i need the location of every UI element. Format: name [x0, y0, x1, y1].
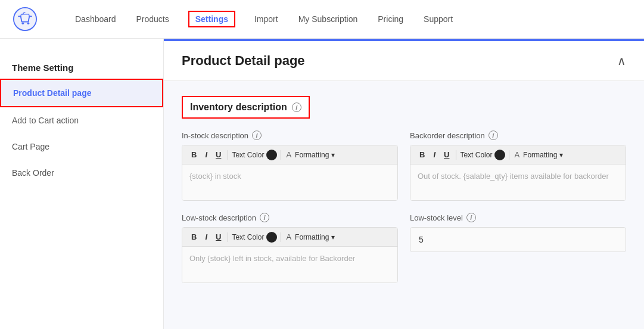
low-stock-text-color-label: Text Color [232, 233, 264, 241]
low-stock-format-icon: A [286, 232, 291, 241]
backorder-label: Backorder description i [410, 131, 626, 140]
content-area: Inventory description i In-stock descrip… [164, 81, 644, 310]
low-stock-color-dot[interactable] [266, 232, 277, 243]
backorder-color-dot[interactable] [494, 150, 505, 160]
desc-grid-row2: Low-stock description i B I U Text Color [182, 213, 626, 283]
low-stock-underline-btn[interactable]: U [213, 231, 224, 243]
in-stock-format-arrow: ▾ [331, 151, 335, 159]
in-stock-editor-body[interactable]: {stock} in stock [182, 164, 397, 200]
low-stock-format-arrow: ▾ [331, 233, 335, 241]
in-stock-bold-btn[interactable]: B [188, 149, 200, 160]
nav-mysubscription[interactable]: My Subscription [297, 12, 359, 26]
backorder-text-color-label: Text Color [460, 151, 492, 159]
backorder-sep2 [509, 150, 509, 160]
top-nav: Dashboard Products Settings Import My Su… [0, 0, 644, 39]
nav-links: Dashboard Products Settings Import My Su… [74, 11, 454, 27]
inventory-description-label: Inventory description [190, 102, 287, 113]
backorder-formatting[interactable]: A Formatting ▾ [514, 150, 563, 159]
low-stock-info-icon: i [260, 213, 269, 222]
sidebar-item-back-order[interactable]: Back Order [0, 160, 163, 186]
backorder-formatting-label: Formatting [523, 151, 557, 159]
inventory-description-box: Inventory description i [182, 96, 310, 119]
layout: Theme Setting Product Detail page Add to… [0, 39, 644, 329]
in-stock-info-icon: i [252, 131, 262, 140]
sidebar-item-product-detail[interactable]: Product Detail page [0, 79, 163, 107]
sidebar-item-add-to-cart[interactable]: Add to Cart action [0, 107, 163, 134]
in-stock-formatting-label: Formatting [295, 151, 329, 159]
low-stock-bold-btn[interactable]: B [188, 231, 200, 243]
low-stock-formatting[interactable]: A Formatting ▾ [286, 232, 335, 241]
nav-dashboard[interactable]: Dashboard [74, 12, 117, 26]
in-stock-sep2 [281, 150, 281, 160]
svg-point-1 [22, 22, 24, 24]
logo[interactable] [12, 6, 38, 32]
backorder-sep1 [456, 150, 456, 160]
low-stock-italic-btn[interactable]: I [202, 231, 210, 243]
backorder-info-icon: i [489, 131, 498, 140]
collapse-icon[interactable]: ∧ [617, 54, 626, 68]
low-stock-label: Low-stock description i [182, 213, 398, 222]
low-stock-sep2 [281, 232, 281, 242]
in-stock-text-color-label: Text Color [232, 151, 264, 159]
in-stock-editor: B I U Text Color A Formatting [182, 145, 398, 201]
in-stock-text-color[interactable]: Text Color [232, 150, 277, 160]
low-stock-level-info-icon: i [466, 213, 476, 222]
nav-support[interactable]: Support [422, 12, 454, 26]
inventory-info-icon: i [292, 103, 301, 112]
in-stock-label: In-stock description i [182, 131, 398, 140]
in-stock-toolbar: B I U Text Color A Formatting [182, 145, 397, 164]
backorder-underline-btn[interactable]: U [441, 149, 452, 160]
backorder-bold-btn[interactable]: B [416, 149, 428, 160]
low-stock-editor: B I U Text Color A Formatting [182, 227, 398, 283]
sidebar-item-cart-page[interactable]: Cart Page [0, 134, 163, 160]
low-stock-level-col: Low-stock level i 5 [410, 213, 626, 283]
sidebar-item-theme-setting: Theme Setting [0, 51, 163, 79]
svg-point-2 [27, 22, 30, 24]
in-stock-underline-btn[interactable]: U [213, 149, 224, 160]
low-stock-level-label: Low-stock level i [410, 213, 626, 222]
low-stock-toolbar: B I U Text Color A Formatting [182, 228, 397, 247]
backorder-format-icon: A [514, 150, 519, 159]
backorder-editor-body[interactable]: Out of stock. {salable_qty} items availa… [410, 164, 626, 200]
desc-grid-row1: In-stock description i B I U Text Color [182, 131, 626, 201]
low-stock-col: Low-stock description i B I U Text Color [182, 213, 398, 283]
section-header: Product Detail page ∧ [164, 41, 644, 81]
backorder-editor: B I U Text Color A Formatting [410, 145, 626, 201]
svg-point-0 [14, 8, 36, 30]
nav-pricing[interactable]: Pricing [377, 12, 405, 26]
low-stock-editor-body[interactable]: Only {stock} left in stock, available fo… [182, 247, 397, 283]
backorder-format-arrow: ▾ [559, 151, 563, 159]
in-stock-formatting[interactable]: A Formatting ▾ [286, 150, 335, 159]
nav-products[interactable]: Products [135, 12, 170, 26]
nav-settings[interactable]: Settings [188, 11, 235, 27]
backorder-text-color[interactable]: Text Color [460, 150, 505, 160]
backorder-col: Backorder description i B I U Text Color [410, 131, 626, 201]
low-stock-level-input[interactable]: 5 [410, 227, 626, 252]
main-content: Product Detail page ∧ Inventory descript… [164, 39, 644, 329]
backorder-italic-btn[interactable]: I [430, 149, 438, 160]
backorder-toolbar: B I U Text Color A Formatting [410, 145, 626, 164]
low-stock-sep1 [228, 232, 228, 242]
in-stock-format-icon: A [286, 150, 291, 159]
in-stock-sep1 [228, 150, 228, 160]
section-title: Product Detail page [182, 53, 305, 69]
in-stock-italic-btn[interactable]: I [202, 149, 210, 160]
low-stock-text-color[interactable]: Text Color [232, 232, 277, 243]
in-stock-color-dot[interactable] [266, 150, 277, 160]
low-stock-formatting-label: Formatting [295, 233, 329, 241]
nav-import[interactable]: Import [253, 12, 279, 26]
in-stock-col: In-stock description i B I U Text Color [182, 131, 398, 201]
sidebar: Theme Setting Product Detail page Add to… [0, 39, 164, 329]
